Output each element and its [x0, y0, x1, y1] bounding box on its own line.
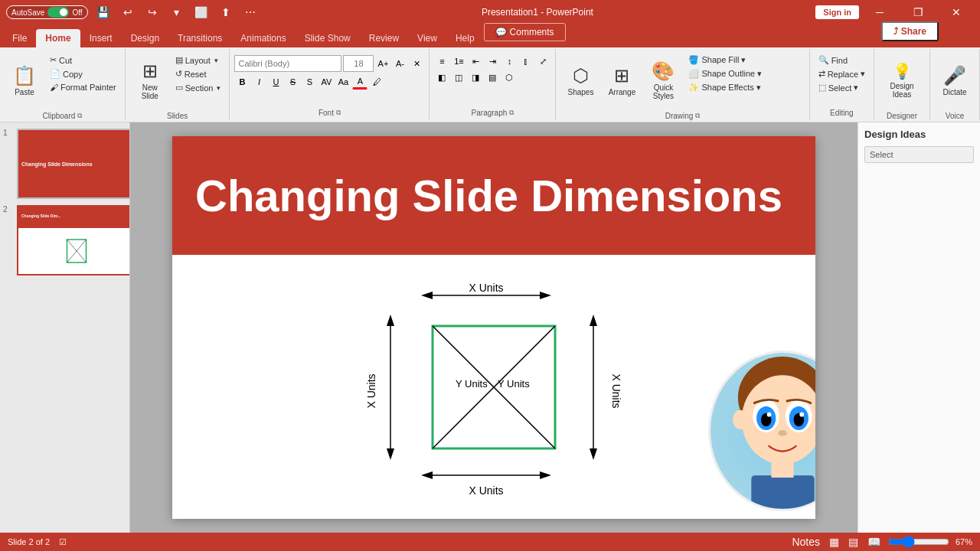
shadow-button[interactable]: S	[302, 74, 317, 90]
font-controls: A+ A- ✕ B I U S S AV Aa A 🖊	[234, 54, 424, 91]
select-button[interactable]: ⬚ Select ▾	[815, 81, 869, 94]
strikethrough-button[interactable]: S	[285, 74, 300, 90]
dictate-button[interactable]: 🎤 Dictate	[935, 54, 975, 107]
drawing-col2: 🪣 Shape Fill ▾ ⬜ Shape Outline ▾ ✨ Shape…	[684, 54, 766, 94]
signin-button[interactable]: Sign in	[815, 5, 859, 19]
designer-select-button[interactable]: Select	[864, 146, 974, 163]
align-justify-button[interactable]: ▤	[485, 70, 500, 85]
bullets-button[interactable]: ≡	[434, 54, 449, 69]
zoom-level: 67%	[956, 537, 972, 546]
clipboard-expander[interactable]: ⧉	[77, 112, 82, 120]
tab-view[interactable]: View	[408, 29, 446, 47]
notes-button[interactable]: Notes	[790, 536, 822, 548]
highlight-color-button[interactable]: 🖊	[369, 74, 384, 90]
grow-font-button[interactable]: A+	[375, 56, 390, 71]
increase-indent-button[interactable]: ⇥	[485, 54, 500, 69]
layout-button[interactable]: ▤ Layout▾	[172, 54, 225, 67]
dictate-icon: 🎤	[943, 65, 966, 86]
tab-transitions[interactable]: Transitions	[168, 29, 231, 47]
cut-button[interactable]: ✂ Cut	[46, 54, 120, 67]
decrease-indent-button[interactable]: ⇤	[468, 54, 483, 69]
replace-button[interactable]: ⇄ Replace ▾	[815, 67, 869, 80]
shape-outline-button[interactable]: ⬜ Shape Outline ▾	[684, 67, 766, 80]
text-direction-button[interactable]: ⤢	[535, 54, 550, 69]
paste-button[interactable]: 📋 Paste	[5, 54, 44, 107]
font-color-button[interactable]: A	[352, 74, 368, 90]
arrow-left-top	[421, 292, 433, 299]
smart-art-button[interactable]: ⬡	[501, 70, 517, 85]
arrow-top-right	[590, 315, 597, 326]
paragraph-col: ≡ 1≡ ⇤ ⇥ ↕ ⫿ ⤢ ◧ ◫ ◨ ▤ ⬡	[434, 54, 550, 85]
format-painter-button[interactable]: 🖌 Format Painter	[46, 81, 120, 93]
quick-styles-button[interactable]: 🎨 Quick Styles	[643, 54, 683, 107]
align-right-button[interactable]: ◨	[468, 70, 483, 85]
line-spacing-button[interactable]: ↕	[501, 54, 517, 69]
present-button[interactable]: ⬜	[192, 3, 211, 21]
align-left-button[interactable]: ◧	[434, 70, 449, 85]
tab-file[interactable]: File	[3, 29, 36, 47]
autosave-badge[interactable]: AutoSave Off	[6, 5, 88, 19]
more-options-button[interactable]: ⋯	[241, 3, 260, 21]
customize-button[interactable]: ▾	[168, 3, 186, 21]
shape-effects-icon: ✨	[688, 83, 699, 93]
align-center-button[interactable]: ◫	[451, 70, 466, 85]
shrink-font-button[interactable]: A-	[392, 56, 407, 71]
quick-styles-label: Quick Styles	[645, 83, 681, 100]
view-slide-button[interactable]: ▤	[847, 536, 860, 548]
font-size-input[interactable]	[343, 55, 374, 72]
undo-button[interactable]: ↩	[119, 3, 137, 21]
tab-home[interactable]: Home	[36, 29, 80, 47]
font-name-input[interactable]	[234, 55, 341, 72]
x-right-label: X Units	[610, 373, 622, 408]
zoom-slider[interactable]	[888, 536, 949, 548]
reset-button[interactable]: ↺ Reset	[172, 67, 225, 80]
char-spacing-button[interactable]: AV	[318, 74, 334, 90]
slide-diagram: X Units X Units Y Units Y Units	[348, 265, 639, 510]
tab-slideshow[interactable]: Slide Show	[296, 29, 360, 47]
font-format-row: B I U S S AV Aa A 🖊	[234, 74, 424, 90]
tab-review[interactable]: Review	[360, 29, 408, 47]
paragraph-expander[interactable]: ⧉	[509, 109, 514, 117]
find-button[interactable]: 🔍 Find	[815, 54, 869, 67]
format-painter-icon: 🖌	[50, 83, 58, 92]
svg-point-18	[733, 410, 747, 429]
share-from-toolbar-button[interactable]: ⬆	[217, 3, 235, 21]
slide-thumb-1[interactable]: Changing Slide Dimensions	[17, 129, 130, 199]
design-ideas-button[interactable]: 💡 Design Ideas	[879, 54, 925, 107]
numbering-button[interactable]: 1≡	[451, 54, 466, 69]
copy-button[interactable]: 📄 Copy	[46, 67, 120, 80]
redo-button[interactable]: ↪	[143, 3, 162, 21]
select-icon: ⬚	[818, 83, 826, 93]
shapes-button[interactable]: ⬡ Shapes	[560, 54, 600, 107]
new-slide-button[interactable]: ⊞ NewSlide	[130, 54, 170, 107]
italic-button[interactable]: I	[251, 74, 266, 90]
view-normal-button[interactable]: ▦	[828, 536, 841, 548]
slide-thumb-2[interactable]: Changing Slide Dim...	[17, 205, 130, 276]
save-button[interactable]: 💾	[94, 3, 113, 21]
slide-canvas[interactable]: Changing Slide Dimensions P X Units	[172, 136, 815, 519]
arrange-button[interactable]: ⊞ Arrange	[602, 54, 642, 107]
drawing-expander[interactable]: ⧉	[695, 112, 700, 120]
shapes-icon: ⬡	[573, 65, 589, 86]
dictate-label: Dictate	[942, 88, 966, 96]
clear-format-button[interactable]: ✕	[409, 56, 424, 71]
font-expander[interactable]: ⧉	[336, 109, 341, 117]
shape-fill-button[interactable]: 🪣 Shape Fill ▾	[684, 54, 766, 67]
section-button[interactable]: ▭ Section▾	[172, 81, 225, 94]
change-case-button[interactable]: Aa	[335, 74, 351, 90]
tab-help[interactable]: Help	[446, 29, 484, 47]
shape-effects-button[interactable]: ✨ Shape Effects ▾	[684, 81, 766, 94]
view-reading-button[interactable]: 📖	[866, 536, 882, 548]
comments-button[interactable]: 💬 Comments	[484, 23, 566, 41]
tab-animations[interactable]: Animations	[231, 29, 295, 47]
tab-insert[interactable]: Insert	[80, 29, 122, 47]
columns-button[interactable]: ⫿	[518, 54, 534, 69]
tab-design[interactable]: Design	[122, 29, 168, 47]
autosave-toggle[interactable]	[47, 7, 69, 18]
share-button[interactable]: ⤴ Share	[881, 21, 939, 41]
underline-button[interactable]: U	[268, 74, 283, 90]
bold-button[interactable]: B	[234, 74, 250, 90]
slide-main-title: Changing Slide Dimensions	[195, 171, 782, 220]
slide-panel[interactable]: 1 Changing Slide Dimensions 2 Changing S…	[0, 122, 130, 533]
replace-icon: ⇄	[818, 69, 825, 79]
